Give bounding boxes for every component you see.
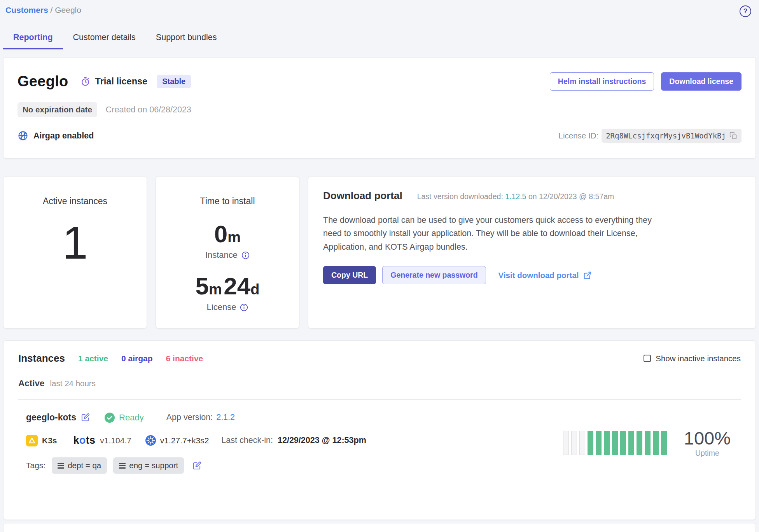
uptime-bar <box>612 431 618 455</box>
license-type: Trial license <box>80 76 148 87</box>
download-portal-description: The download portal can be used to give … <box>323 214 669 254</box>
download-portal-title: Download portal <box>323 190 402 202</box>
edit-tags-icon[interactable] <box>192 461 201 470</box>
last-checkin-label: Last check-in: <box>221 436 273 445</box>
tag-icon <box>58 463 64 469</box>
check-circle-icon <box>105 413 115 423</box>
uptime-bar <box>563 431 569 455</box>
generate-new-password-button[interactable]: Generate new password <box>382 266 486 284</box>
k3s-icon <box>26 435 38 446</box>
uptime-bar <box>645 431 651 455</box>
tag-label: dept = qa <box>68 461 101 470</box>
tab-bar: Reporting Customer details Support bundl… <box>3 28 756 49</box>
tab-support-bundles[interactable]: Support bundles <box>146 28 227 49</box>
edit-instance-name-icon[interactable] <box>81 413 90 422</box>
show-inactive-checkbox[interactable] <box>644 355 651 362</box>
uptime-bar <box>653 431 659 455</box>
stopwatch-icon <box>80 76 91 87</box>
divider <box>18 514 741 514</box>
uptime-bar <box>628 431 634 455</box>
uptime-bar <box>661 431 667 455</box>
instance-time-label: Instance <box>205 250 238 260</box>
helm-install-instructions-button[interactable]: Helm install instructions <box>550 72 654 91</box>
license-time-value2: 24 <box>224 273 250 299</box>
info-icon[interactable] <box>241 251 250 259</box>
channel-badge: Stable <box>157 75 191 88</box>
active-section-range: last 24 hours <box>50 379 96 388</box>
kubernetes-icon <box>145 435 156 446</box>
k8s-version-group: v1.27.7+k3s2 <box>145 435 209 446</box>
time-to-install-title: Time to install <box>200 196 255 206</box>
copy-icon[interactable] <box>729 132 737 140</box>
uptime-stat: 100% Uptime <box>684 428 731 458</box>
tag-icon <box>119 463 126 469</box>
last-checkin-value: 12/29/2023 @ 12:53pm <box>278 436 366 445</box>
uptime-percentage: 100% <box>684 428 731 448</box>
top-bar: Customers / Geeglo ? <box>3 4 756 17</box>
copy-url-button[interactable]: Copy URL <box>323 266 376 284</box>
instance-status-label: Ready <box>119 413 144 423</box>
active-instances-card: Active instances 1 <box>3 176 147 329</box>
breadcrumb-customers-link[interactable]: Customers <box>5 5 48 14</box>
instance-row: geeglo-kots Ready App version: <box>18 400 741 474</box>
last-version-prefix: Last version downloaded: <box>417 192 505 201</box>
count-active[interactable]: 1 active <box>78 354 108 363</box>
uptime-label: Uptime <box>684 449 731 458</box>
active-instances-title: Active instances <box>43 196 107 206</box>
tab-customer-details[interactable]: Customer details <box>63 28 146 49</box>
instance-name: geeglo-kots <box>26 412 76 423</box>
page: Customers / Geeglo ? Reporting Customer … <box>0 0 759 532</box>
tag-chip: eng = support <box>113 457 184 474</box>
license-install-time: 5m 24d <box>196 274 260 298</box>
instance-install-time: 0m <box>214 222 241 246</box>
instance-time-unit: m <box>227 229 241 245</box>
tab-reporting[interactable]: Reporting <box>3 28 63 49</box>
k8s-version: v1.27.7+k3s2 <box>160 436 209 445</box>
last-version-downloaded: Last version downloaded: 1.12.5 on 12/20… <box>417 192 614 201</box>
instances-card: Instances 1 active 0 airgap 6 inactive S… <box>3 340 756 520</box>
metrics-row: Active instances 1 Time to install 0m In… <box>3 176 756 329</box>
count-inactive[interactable]: 6 inactive <box>166 354 203 363</box>
license-id-value: 2Rq8WLcsjfxqrMysjvB1WodYkBj <box>606 131 726 140</box>
globe-slash-icon <box>17 130 28 141</box>
active-instances-value: 1 <box>62 220 88 266</box>
last-version-link[interactable]: 1.12.5 <box>505 192 526 201</box>
download-portal-card: Download portal Last version downloaded:… <box>308 176 756 329</box>
count-airgap[interactable]: 0 airgap <box>121 354 153 363</box>
active-section-label: Active <box>18 378 45 388</box>
help-icon[interactable]: ? <box>740 5 751 17</box>
distribution: K3s <box>26 435 57 446</box>
time-to-install-card: Time to install 0m Instance 5m 24d Licen… <box>156 176 299 329</box>
next-card-edge <box>3 523 756 532</box>
license-id-pill: 2Rq8WLcsjfxqrMysjvB1WodYkBj <box>602 129 742 143</box>
tag-label: eng = support <box>129 461 178 470</box>
breadcrumb: Customers / Geeglo <box>5 5 81 15</box>
airgap-label: Airgap enabled <box>33 131 94 141</box>
customer-name: Geeglo <box>17 73 68 90</box>
distribution-label: K3s <box>42 436 57 445</box>
license-time-unit2: d <box>250 281 259 298</box>
app-version-link[interactable]: 2.1.2 <box>216 413 235 422</box>
license-id-label: License ID: <box>559 131 599 140</box>
expiration-badge: No expiration date <box>17 102 97 117</box>
license-time-value1: 5 <box>196 273 209 299</box>
uptime-bar <box>604 431 610 455</box>
uptime-bar <box>620 431 626 455</box>
instances-title: Instances <box>18 352 65 364</box>
license-time-unit1: m <box>209 281 222 298</box>
breadcrumb-current: Geeglo <box>55 5 81 14</box>
uptime-bar <box>579 431 585 455</box>
instance-time-value: 0 <box>214 220 227 247</box>
info-icon[interactable] <box>240 303 248 312</box>
visit-download-portal-link[interactable]: Visit download portal <box>498 271 592 280</box>
license-id: License ID: 2Rq8WLcsjfxqrMysjvB1WodYkBj <box>559 129 742 143</box>
download-license-button[interactable]: Download license <box>661 72 742 91</box>
kots-logo: kots <box>73 434 96 446</box>
external-link-icon <box>583 271 592 280</box>
kots-version-group: kots v1.104.7 <box>73 434 131 446</box>
instance-status: Ready <box>105 413 144 423</box>
tag-chip: dept = qa <box>52 457 107 474</box>
uptime-bar <box>588 431 593 455</box>
last-version-suffix: on 12/20/2023 @ 8:57am <box>526 192 614 201</box>
tags-label: Tags: <box>26 461 45 470</box>
